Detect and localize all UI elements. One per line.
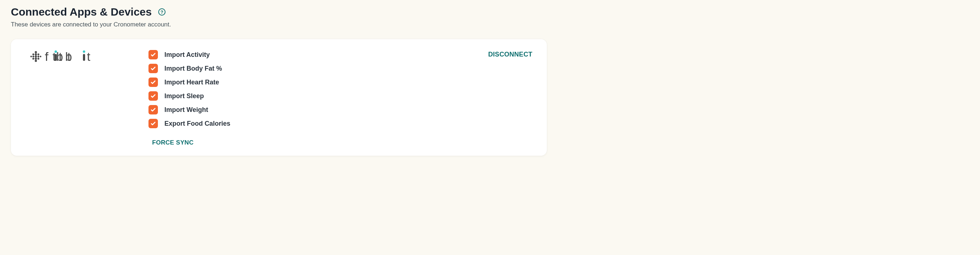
svg-text:t: t bbox=[87, 49, 91, 64]
svg-point-0 bbox=[30, 56, 32, 57]
check-icon bbox=[150, 121, 156, 126]
connected-device-card: f t b t f tb t Import Activity Import Bo… bbox=[11, 39, 547, 156]
force-sync-button[interactable]: FORCE SYNC bbox=[152, 139, 193, 146]
checkbox-import-heart-rate[interactable] bbox=[148, 78, 158, 87]
check-icon bbox=[150, 93, 156, 99]
svg-point-1 bbox=[32, 53, 34, 55]
svg-point-7 bbox=[35, 57, 37, 60]
checkbox-import-sleep[interactable] bbox=[148, 91, 158, 101]
disconnect-button[interactable]: DISCONNECT bbox=[488, 51, 532, 58]
option-label: Export Food Calories bbox=[164, 120, 230, 128]
checkbox-import-weight[interactable] bbox=[148, 105, 158, 115]
option-label: Import Heart Rate bbox=[164, 79, 219, 86]
checkbox-import-activity[interactable] bbox=[148, 50, 158, 59]
option-import-sleep: Import Sleep bbox=[148, 91, 279, 101]
page-subtitle: These devices are connected to your Cron… bbox=[11, 21, 547, 28]
svg-point-2 bbox=[32, 56, 34, 57]
svg-point-3 bbox=[32, 57, 34, 59]
option-import-heart-rate: Import Heart Rate bbox=[148, 78, 279, 87]
help-icon[interactable]: ? bbox=[158, 8, 165, 16]
checkbox-export-food-calories[interactable] bbox=[148, 119, 158, 128]
option-label: Import Weight bbox=[164, 106, 208, 114]
option-export-food-calories: Export Food Calories bbox=[148, 119, 279, 128]
option-import-body-fat: Import Body Fat % bbox=[148, 64, 279, 73]
option-label: Import Body Fat % bbox=[164, 65, 222, 72]
svg-point-14 bbox=[83, 50, 86, 53]
check-icon bbox=[150, 52, 156, 57]
page-title: Connected Apps & Devices bbox=[11, 6, 152, 18]
svg-point-5 bbox=[35, 53, 37, 56]
svg-point-8 bbox=[35, 60, 37, 62]
sync-options: Import Activity Import Body Fat % Import… bbox=[148, 50, 279, 146]
svg-point-10 bbox=[37, 56, 39, 57]
check-icon bbox=[150, 65, 156, 71]
svg-point-11 bbox=[37, 57, 39, 59]
option-import-weight: Import Weight bbox=[148, 105, 279, 115]
option-label: Import Sleep bbox=[164, 92, 204, 100]
option-import-activity: Import Activity bbox=[148, 50, 279, 59]
device-brand-fitbit: f t b t f tb t bbox=[25, 48, 134, 65]
option-label: Import Activity bbox=[164, 51, 210, 59]
svg-point-12 bbox=[40, 56, 41, 57]
svg-text:f tb t: f tb t bbox=[45, 49, 71, 64]
svg-point-4 bbox=[35, 51, 37, 53]
check-icon bbox=[150, 79, 156, 85]
svg-point-9 bbox=[37, 53, 39, 55]
check-icon bbox=[150, 107, 156, 113]
section-header: Connected Apps & Devices ? These devices… bbox=[0, 6, 558, 33]
checkbox-import-body-fat[interactable] bbox=[148, 64, 158, 73]
svg-rect-19 bbox=[83, 54, 85, 61]
title-row: Connected Apps & Devices ? bbox=[11, 6, 547, 18]
fitbit-logo-icon: f t b t f tb t bbox=[25, 48, 94, 65]
svg-point-6 bbox=[35, 56, 37, 57]
